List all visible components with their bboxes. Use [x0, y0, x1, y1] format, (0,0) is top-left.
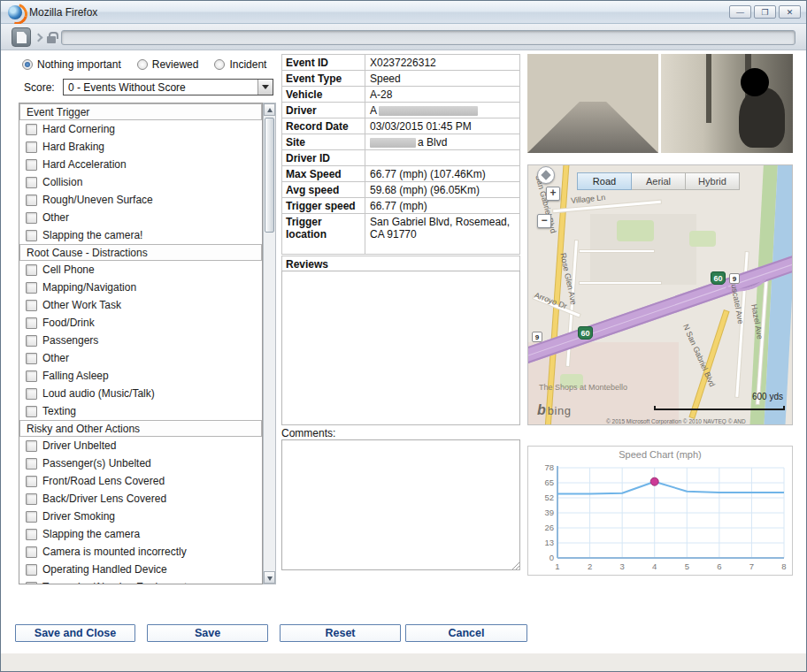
- checklist-item-label: Hard Braking: [42, 141, 104, 153]
- checkbox-icon[interactable]: [26, 282, 37, 294]
- field-value: San Gabriel Blvd, Rosemead, CA 91770: [365, 214, 520, 255]
- checkbox-icon[interactable]: [26, 476, 37, 487]
- checkbox-icon[interactable]: [26, 335, 37, 347]
- zoom-in-button[interactable]: +: [546, 187, 560, 201]
- score-label: Score:: [24, 81, 55, 94]
- checkbox-icon[interactable]: [26, 212, 37, 224]
- driver-camera-image[interactable]: [661, 54, 793, 153]
- event-detail-table: Event ID X0237226312 Event Type Speed Ve…: [281, 54, 520, 255]
- bing-logo: bbing: [537, 402, 571, 418]
- map-compass-icon[interactable]: [537, 166, 555, 184]
- checklist-item[interactable]: Driver Smoking: [19, 508, 262, 525]
- checkbox-icon[interactable]: [26, 230, 37, 241]
- checkbox-icon[interactable]: [26, 141, 37, 153]
- checklist-item[interactable]: Slapping the camera!: [19, 226, 262, 244]
- titlebar: Mozilla Firefox — ❐ ✕: [1, 1, 806, 24]
- map-view-hybrid[interactable]: Hybrid: [685, 172, 740, 190]
- checklist-item[interactable]: Texting: [19, 402, 262, 420]
- checkbox-icon[interactable]: [26, 582, 37, 585]
- road-camera-image[interactable]: [527, 54, 658, 153]
- checklist-item[interactable]: Loud audio (Music/Talk): [19, 385, 262, 402]
- checkbox-icon[interactable]: [26, 511, 37, 523]
- checklist: Event TriggerHard CorneringHard BrakingH…: [19, 103, 263, 584]
- checkbox-icon[interactable]: [26, 124, 37, 135]
- close-button[interactable]: ✕: [779, 5, 801, 19]
- checklist-item[interactable]: Other: [19, 349, 262, 367]
- field-label: Record Date: [282, 118, 365, 134]
- radio-icon[interactable]: [214, 59, 225, 70]
- radio-nothing-important[interactable]: Nothing important: [22, 58, 121, 71]
- scroll-up-icon[interactable]: [264, 103, 275, 116]
- checkbox-icon[interactable]: [26, 370, 37, 382]
- comments-input[interactable]: [281, 439, 520, 570]
- checklist-item[interactable]: Other Work Task: [19, 296, 262, 314]
- checklist-item[interactable]: Driver Unbelted: [19, 437, 262, 454]
- radio-incident[interactable]: Incident: [214, 58, 266, 71]
- checkbox-icon[interactable]: [26, 177, 37, 188]
- checklist-item[interactable]: Other: [19, 209, 262, 226]
- checklist-item[interactable]: Rough/Uneven Surface: [19, 191, 262, 209]
- checkbox-icon[interactable]: [26, 546, 37, 558]
- maximize-button[interactable]: ❐: [754, 5, 776, 19]
- scrollbar-thumb[interactable]: [265, 118, 274, 233]
- checkbox-icon[interactable]: [26, 440, 37, 452]
- checklist-item[interactable]: Falling Asleep: [19, 367, 262, 385]
- svg-text:39: 39: [544, 508, 554, 517]
- page-background: [1, 653, 806, 672]
- checkbox-icon[interactable]: [26, 493, 37, 505]
- checklist-item[interactable]: Front/Road Lens Covered: [19, 472, 262, 490]
- radio-icon[interactable]: [137, 59, 148, 70]
- checkbox-icon[interactable]: [26, 300, 37, 311]
- field-value: 03/03/2015 01:45 PM: [365, 118, 520, 134]
- checklist-item[interactable]: Slapping the camera: [19, 525, 262, 543]
- address-bar[interactable]: [61, 30, 795, 45]
- field-label: Avg speed: [282, 182, 365, 198]
- checkbox-icon[interactable]: [26, 388, 37, 400]
- cancel-button[interactable]: Cancel: [405, 624, 527, 642]
- checkbox-icon[interactable]: [26, 564, 37, 576]
- save-button[interactable]: Save: [147, 624, 268, 642]
- dropdown-arrow-icon[interactable]: [257, 80, 273, 95]
- score-select[interactable]: 0 - Events Without Score: [63, 79, 273, 95]
- map-view-aerial[interactable]: Aerial: [631, 172, 686, 190]
- checkbox-icon[interactable]: [26, 159, 37, 171]
- speed-chart: Speed Chart (mph) 013263952657812345678: [527, 446, 793, 576]
- checkbox-icon[interactable]: [26, 353, 37, 364]
- table-row: Site a Blvd: [282, 134, 520, 150]
- checklist-scrollbar[interactable]: [263, 103, 276, 584]
- checklist-item[interactable]: Passenger(s) Unbelted: [19, 454, 262, 472]
- map-view-road[interactable]: Road: [577, 172, 632, 190]
- reset-button[interactable]: Reset: [280, 624, 401, 642]
- page-button[interactable]: [12, 27, 31, 47]
- radio-icon[interactable]: [22, 59, 33, 70]
- checklist-item[interactable]: Hard Acceleration: [19, 156, 262, 173]
- scroll-down-icon[interactable]: [264, 571, 275, 584]
- checkbox-icon[interactable]: [26, 317, 37, 329]
- checklist-item[interactable]: Passengers: [19, 332, 262, 349]
- table-row: Event Type Speed: [282, 71, 520, 87]
- checkbox-icon[interactable]: [26, 264, 37, 276]
- minimize-button[interactable]: —: [729, 5, 751, 19]
- checklist-item[interactable]: Tampering/Abusing Equipment: [19, 578, 262, 584]
- checklist-item[interactable]: Hard Braking: [19, 138, 262, 156]
- save-and-close-button[interactable]: Save and Close: [15, 624, 135, 642]
- checkbox-icon[interactable]: [26, 529, 37, 540]
- field-value: 66.77 (mph): [365, 198, 520, 214]
- checklist-item[interactable]: Camera is mounted incorrectly: [19, 543, 262, 561]
- checklist-item[interactable]: Cell Phone: [19, 261, 262, 279]
- checklist-item[interactable]: Operating Handled Device: [19, 561, 262, 578]
- checkbox-icon[interactable]: [26, 458, 37, 470]
- reviews-header: Reviews: [281, 256, 520, 271]
- bing-map[interactable]: Village Ln San Gabriel Blvd Rose Glen Av…: [527, 164, 793, 425]
- checklist-item[interactable]: Hard Cornering: [19, 120, 262, 138]
- checkbox-icon[interactable]: [26, 195, 37, 206]
- checklist-item[interactable]: Mapping/Navigation: [19, 279, 262, 296]
- svg-text:5: 5: [685, 561, 689, 571]
- checkbox-icon[interactable]: [26, 406, 37, 417]
- checklist-item[interactable]: Back/Driver Lens Covered: [19, 490, 262, 508]
- checklist-item[interactable]: Food/Drink: [19, 314, 262, 332]
- zoom-out-button[interactable]: −: [537, 214, 551, 228]
- checklist-item-label: Back/Driver Lens Covered: [42, 493, 166, 505]
- checklist-item[interactable]: Collision: [19, 173, 262, 191]
- radio-reviewed[interactable]: Reviewed: [137, 58, 199, 71]
